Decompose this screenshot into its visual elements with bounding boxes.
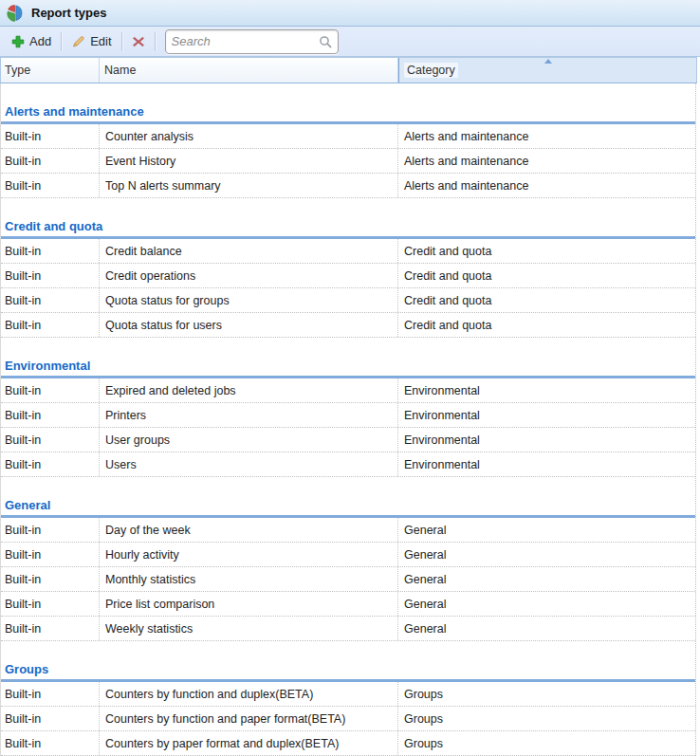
cell-category: General bbox=[398, 518, 695, 542]
cell-name: Price list comparison bbox=[100, 592, 398, 616]
cell-type: Built-in bbox=[1, 707, 100, 730]
table-row[interactable]: Built-inTop N alerts summaryAlerts and m… bbox=[1, 174, 695, 198]
cell-category: General bbox=[398, 543, 695, 566]
cell-name: Credit balance bbox=[100, 239, 398, 263]
cell-type: Built-in bbox=[1, 239, 100, 263]
cell-type: Built-in bbox=[1, 428, 100, 452]
group-header: Alerts and maintenance bbox=[1, 104, 695, 119]
cell-type: Built-in bbox=[1, 174, 100, 197]
table-row[interactable]: Built-inCounters by function and paper f… bbox=[1, 707, 695, 731]
group-header: General bbox=[1, 498, 695, 512]
cell-category: Alerts and maintenance bbox=[398, 174, 695, 197]
titlebar: Report types bbox=[0, 0, 700, 27]
cell-category: Credit and quota bbox=[398, 288, 695, 312]
group-header: Environmental bbox=[1, 359, 695, 373]
table-row[interactable]: Built-inExpired and deleted jobsEnvironm… bbox=[1, 378, 695, 403]
cell-type: Built-in bbox=[1, 403, 100, 427]
table-row[interactable]: Built-inPrice list comparisonGeneral bbox=[1, 592, 695, 617]
add-button[interactable]: Add bbox=[5, 31, 58, 51]
table-row[interactable]: Built-inMonthly statisticsGeneral bbox=[1, 567, 695, 592]
table-row[interactable]: Built-inUser groupsEnvironmental bbox=[1, 428, 695, 452]
cell-name: Top N alerts summary bbox=[100, 174, 398, 197]
table-row[interactable]: Built-inDay of the weekGeneral bbox=[1, 518, 695, 543]
cell-category: Credit and quota bbox=[398, 313, 695, 337]
pie-chart-icon bbox=[7, 5, 24, 22]
cell-name: Counters by function and duplex(BETA) bbox=[100, 682, 398, 706]
cell-category: Environmental bbox=[398, 428, 695, 452]
cell-category: General bbox=[398, 592, 695, 616]
cell-category: Groups bbox=[398, 731, 695, 755]
window-title: Report types bbox=[31, 6, 106, 20]
column-header-category-label: Category bbox=[404, 63, 458, 78]
cell-name: Hourly activity bbox=[100, 543, 398, 566]
cell-name: Printers bbox=[100, 403, 398, 427]
group-section: Credit and quotaBuilt-inCredit balanceCr… bbox=[1, 219, 695, 338]
column-header-category[interactable]: Category bbox=[398, 58, 696, 83]
table-row[interactable]: Built-inCounters by function and duplex(… bbox=[1, 682, 695, 707]
cell-type: Built-in bbox=[1, 543, 100, 566]
cell-type: Built-in bbox=[1, 452, 100, 476]
cell-name: Counters by paper format and duplex(BETA… bbox=[100, 731, 398, 755]
edit-button[interactable]: Edit bbox=[64, 31, 118, 51]
cell-category: General bbox=[398, 617, 695, 640]
cell-type: Built-in bbox=[1, 124, 100, 148]
cell-type: Built-in bbox=[1, 518, 100, 542]
cell-name: Event History bbox=[100, 149, 398, 173]
cell-name: Weekly statistics bbox=[100, 617, 398, 640]
cell-type: Built-in bbox=[1, 378, 100, 402]
table-row[interactable]: Built-inCredit balanceCredit and quota bbox=[1, 239, 695, 264]
cell-name: Monthly statistics bbox=[100, 567, 398, 591]
table-row[interactable]: Built-inCredit operationsCredit and quot… bbox=[1, 264, 695, 288]
add-button-label: Add bbox=[29, 34, 51, 48]
search-input[interactable] bbox=[172, 34, 319, 48]
column-header-type[interactable]: Type bbox=[1, 58, 100, 83]
toolbar: Add Edit bbox=[0, 27, 700, 57]
cell-type: Built-in bbox=[1, 682, 100, 706]
cell-category: Environmental bbox=[398, 452, 695, 476]
cell-type: Built-in bbox=[1, 617, 100, 640]
table-row[interactable]: Built-inPrintersEnvironmental bbox=[1, 403, 695, 428]
cell-type: Built-in bbox=[1, 731, 100, 755]
column-header-type-label: Type bbox=[5, 64, 30, 77]
group-header: Credit and quota bbox=[1, 219, 695, 233]
cell-name: Counter analysis bbox=[100, 124, 398, 148]
cell-name: Expired and deleted jobs bbox=[100, 378, 398, 402]
group-section: GeneralBuilt-inDay of the weekGeneralBui… bbox=[1, 498, 695, 641]
cell-name: Counters by function and paper format(BE… bbox=[100, 707, 398, 730]
cell-category: Credit and quota bbox=[398, 239, 695, 263]
group-section: Alerts and maintenanceBuilt-inCounter an… bbox=[1, 104, 695, 198]
column-header-row: Type Name Category bbox=[0, 57, 697, 83]
cell-name: Users bbox=[100, 452, 398, 476]
cell-category: Credit and quota bbox=[398, 264, 695, 287]
table-row[interactable]: Built-inWeekly statisticsGeneral bbox=[1, 617, 695, 641]
group-section: EnvironmentalBuilt-inExpired and deleted… bbox=[1, 359, 695, 477]
cell-type: Built-in bbox=[1, 264, 100, 287]
table-row[interactable]: Built-inQuota status for groupsCredit an… bbox=[1, 288, 695, 313]
group-header: Groups bbox=[1, 662, 695, 676]
table-row[interactable]: Built-inCounters by paper format and dup… bbox=[1, 731, 695, 756]
sort-ascending-icon bbox=[544, 59, 552, 64]
plus-icon bbox=[11, 35, 25, 48]
search-box[interactable] bbox=[165, 29, 339, 54]
grid-body: Alerts and maintenanceBuilt-inCounter an… bbox=[0, 83, 696, 756]
table-row[interactable]: Built-inUsersEnvironmental bbox=[1, 452, 695, 477]
cell-category: Groups bbox=[398, 682, 695, 706]
column-header-name[interactable]: Name bbox=[100, 58, 398, 83]
cell-type: Built-in bbox=[1, 592, 100, 616]
pencil-icon bbox=[71, 34, 85, 48]
table-row[interactable]: Built-inEvent HistoryAlerts and maintena… bbox=[1, 149, 695, 174]
cell-name: Day of the week bbox=[100, 518, 398, 542]
column-header-name-label: Name bbox=[104, 64, 136, 77]
table-row[interactable]: Built-inQuota status for usersCredit and… bbox=[1, 313, 695, 338]
cell-type: Built-in bbox=[1, 288, 100, 312]
cell-category: Groups bbox=[398, 707, 695, 730]
toolbar-separator bbox=[61, 32, 62, 51]
table-row[interactable]: Built-inCounter analysisAlerts and maint… bbox=[1, 124, 695, 149]
cell-category: Alerts and maintenance bbox=[398, 149, 695, 173]
toolbar-separator bbox=[155, 32, 156, 51]
cell-name: User groups bbox=[100, 428, 398, 452]
cell-type: Built-in bbox=[1, 313, 100, 337]
cell-name: Credit operations bbox=[100, 264, 398, 287]
table-row[interactable]: Built-inHourly activityGeneral bbox=[1, 543, 695, 567]
delete-button[interactable] bbox=[125, 32, 152, 51]
